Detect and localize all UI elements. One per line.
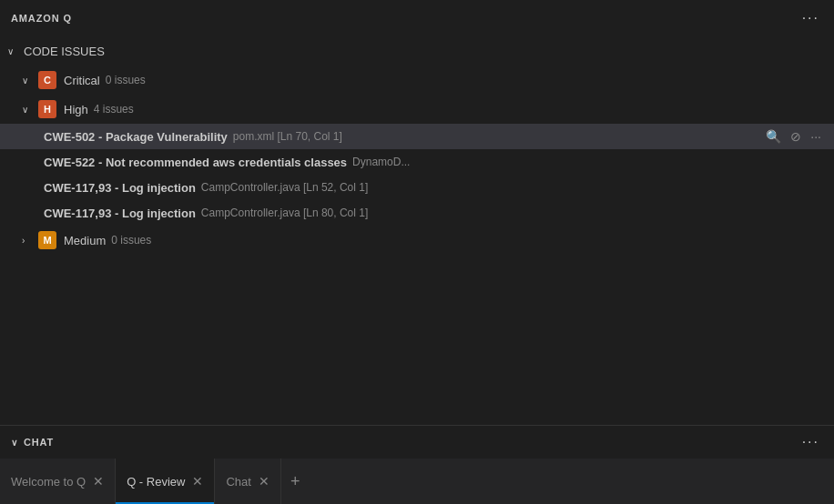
issue-file: DynamoD... — [352, 156, 410, 168]
code-issues-area: ∨ CODE ISSUES ∨ C Critical 0 issues ∨ H … — [0, 36, 834, 425]
issue-file: CampController.java [Ln 80, Col 1] — [201, 207, 368, 219]
high-section-header[interactable]: ∨ H High 4 issues — [0, 95, 834, 124]
critical-chevron: ∨ — [22, 76, 33, 86]
high-chevron: ∨ — [22, 105, 33, 115]
code-issues-chevron: ∨ — [7, 46, 18, 56]
medium-badge: M — [38, 231, 56, 249]
chat-label: CHAT — [24, 437, 54, 448]
header-more-button[interactable]: ··· — [798, 9, 823, 27]
issue-actions: 🔍 ⊘ ··· — [764, 128, 823, 145]
chat-title[interactable]: ∨ CHAT — [11, 437, 54, 448]
issue-id: CWE-502 - Package Vulnerability — [44, 130, 228, 144]
medium-section-header[interactable]: › M Medium 0 issues — [0, 226, 834, 255]
chat-more-button[interactable]: ··· — [798, 433, 823, 451]
code-issues-section-header[interactable]: ∨ CODE ISSUES — [0, 36, 834, 66]
issue-id: CWE-522 - Not recommended aws credential… — [44, 156, 347, 169]
dismiss-action-button[interactable]: ⊘ — [788, 128, 803, 145]
issue-item[interactable]: CWE-522 - Not recommended aws credential… — [0, 149, 834, 175]
chat-section: ∨ CHAT ··· Welcome to Q ✕ Q - Review ✕ C… — [0, 425, 834, 504]
tab-label: Welcome to Q — [11, 475, 86, 489]
chat-header: ∨ CHAT ··· — [0, 426, 834, 459]
critical-badge: C — [38, 71, 56, 89]
tab-welcome-to-q[interactable]: Welcome to Q ✕ — [0, 459, 116, 504]
high-label: High — [64, 103, 88, 116]
issue-id: CWE-117,93 - Log injection — [44, 207, 196, 220]
tabs-bar: Welcome to Q ✕ Q - Review ✕ Chat ✕ + — [0, 459, 834, 504]
issue-file: pom.xml [Ln 70, Col 1] — [233, 130, 342, 143]
code-issues-label: CODE ISSUES — [24, 45, 105, 58]
critical-count: 0 issues — [106, 74, 146, 86]
issue-file: CampController.java [Ln 52, Col 1] — [201, 181, 368, 194]
high-count: 4 issues — [94, 103, 134, 116]
panel-header: AMAZON Q ··· — [0, 0, 834, 36]
medium-count: 0 issues — [111, 234, 151, 247]
critical-label: Critical — [64, 74, 100, 87]
issue-id: CWE-117,93 - Log injection — [44, 181, 196, 195]
search-action-button[interactable]: 🔍 — [764, 128, 783, 145]
issue-item[interactable]: CWE-117,93 - Log injection CampControlle… — [0, 200, 834, 226]
more-action-button[interactable]: ··· — [809, 128, 823, 145]
tab-q-review[interactable]: Q - Review ✕ — [116, 459, 215, 504]
tab-close-button[interactable]: ✕ — [259, 475, 270, 488]
medium-label: Medium — [64, 234, 106, 247]
tab-close-button[interactable]: ✕ — [192, 475, 203, 488]
add-tab-button[interactable]: + — [281, 459, 310, 504]
medium-chevron: › — [22, 236, 33, 246]
critical-section-header[interactable]: ∨ C Critical 0 issues — [0, 66, 834, 95]
panel-title: AMAZON Q — [11, 13, 72, 24]
chat-chevron: ∨ — [11, 438, 18, 448]
tab-chat[interactable]: Chat ✕ — [215, 459, 280, 504]
tab-label: Q - Review — [127, 475, 185, 489]
issue-item[interactable]: CWE-502 - Package Vulnerability pom.xml … — [0, 124, 834, 149]
high-badge: H — [38, 100, 56, 118]
tab-close-button[interactable]: ✕ — [93, 475, 104, 488]
tab-label: Chat — [226, 475, 250, 489]
issue-item[interactable]: CWE-117,93 - Log injection CampControlle… — [0, 175, 834, 200]
